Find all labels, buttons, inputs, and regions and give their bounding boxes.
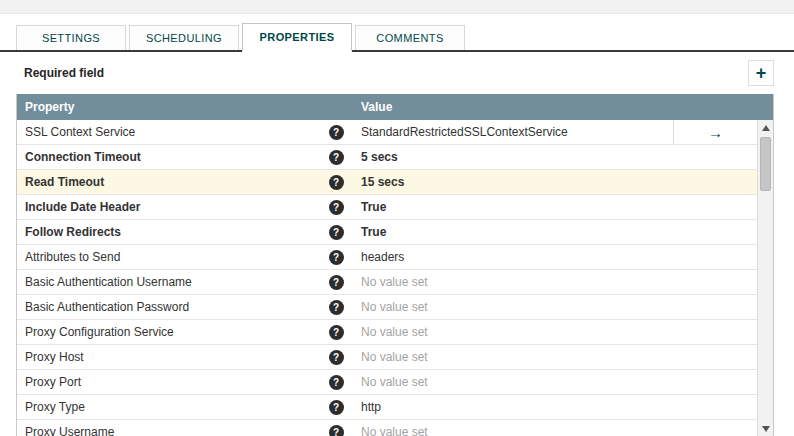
property-name: Proxy Type [25, 400, 85, 414]
table-row[interactable]: Proxy Configuration Service ? No value s… [17, 320, 757, 345]
scrollbar-thumb[interactable] [760, 137, 771, 191]
table-header: Property Value [17, 94, 773, 120]
property-value-cell[interactable]: 5 secs [357, 145, 673, 169]
help-icon[interactable]: ? [329, 400, 344, 415]
property-value[interactable]: No value set [361, 375, 428, 389]
table-row[interactable]: Basic Authentication Password ? No value… [17, 295, 757, 320]
table-row[interactable]: Connection Timeout ? 5 secs [17, 145, 757, 170]
property-value-cell[interactable]: No value set [357, 370, 673, 394]
property-value[interactable]: True [361, 200, 386, 214]
help-icon[interactable]: ? [329, 275, 344, 290]
scroll-down-button[interactable] [758, 421, 773, 436]
help-icon[interactable]: ? [329, 225, 344, 240]
property-value-cell[interactable]: headers [357, 245, 673, 269]
property-name-cell: Proxy Type [17, 395, 315, 419]
scroll-up-arrow-icon [762, 125, 770, 131]
property-value[interactable]: StandardRestrictedSSLContextService [361, 125, 568, 139]
tab-properties[interactable]: PROPERTIES [242, 23, 352, 52]
table-row[interactable]: Proxy Username ? No value set [17, 420, 757, 436]
tab-comments[interactable]: COMMENTS [355, 25, 465, 50]
row-action-cell [673, 220, 757, 244]
help-cell: ? [315, 320, 357, 344]
scroll-up-button[interactable] [758, 120, 773, 135]
property-value-cell[interactable]: True [357, 195, 673, 219]
property-value-cell[interactable]: No value set [357, 345, 673, 369]
tab-bar: SETTINGS SCHEDULING PROPERTIES COMMENTS [0, 23, 794, 52]
property-name: Attributes to Send [25, 250, 120, 264]
add-property-button[interactable]: + [748, 60, 774, 86]
property-name-cell: Connection Timeout [17, 145, 315, 169]
property-value-cell[interactable]: No value set [357, 270, 673, 294]
property-value-cell[interactable]: True [357, 220, 673, 244]
help-icon[interactable]: ? [329, 375, 344, 390]
property-name: Include Date Header [25, 200, 140, 214]
property-name-cell: Basic Authentication Password [17, 295, 315, 319]
property-name-cell: Attributes to Send [17, 245, 315, 269]
help-cell: ? [315, 145, 357, 169]
property-value[interactable]: 5 secs [361, 150, 398, 164]
table-row[interactable]: Proxy Type ? http [17, 395, 757, 420]
property-value[interactable]: No value set [361, 325, 428, 339]
property-value[interactable]: 15 secs [361, 175, 404, 189]
table-row[interactable]: Read Timeout ? 15 secs [17, 170, 757, 195]
help-cell: ? [315, 220, 357, 244]
table-row[interactable]: Include Date Header ? True [17, 195, 757, 220]
tab-settings-label: SETTINGS [42, 32, 100, 44]
property-value[interactable]: True [361, 225, 386, 239]
property-value-cell[interactable]: StandardRestrictedSSLContextService [357, 120, 673, 144]
table-row[interactable]: Proxy Port ? No value set [17, 370, 757, 395]
help-icon[interactable]: ? [329, 175, 344, 190]
table-row[interactable]: Attributes to Send ? headers [17, 245, 757, 270]
scroll-down-arrow-icon [762, 426, 770, 432]
help-icon[interactable]: ? [329, 250, 344, 265]
dialog-top-strip [0, 0, 794, 14]
property-name: Read Timeout [25, 175, 104, 189]
property-value[interactable]: No value set [361, 300, 428, 314]
column-header-property: Property [17, 100, 315, 114]
table-row[interactable]: Basic Authentication Username ? No value… [17, 270, 757, 295]
table-scrollbar[interactable] [757, 120, 773, 436]
help-icon[interactable]: ? [329, 125, 344, 140]
property-value[interactable]: No value set [361, 350, 428, 364]
help-cell: ? [315, 345, 357, 369]
help-icon[interactable]: ? [329, 325, 344, 340]
property-value-cell[interactable]: http [357, 395, 673, 419]
row-action-cell [673, 145, 757, 169]
row-action-cell [673, 320, 757, 344]
table-row[interactable]: Proxy Host ? No value set [17, 345, 757, 370]
property-value[interactable]: headers [361, 250, 404, 264]
tab-properties-label: PROPERTIES [260, 31, 335, 43]
properties-toolbar: Required field + [0, 52, 794, 94]
tab-comments-label: COMMENTS [376, 32, 443, 44]
table-row[interactable]: SSL Context Service ? StandardRestricted… [17, 120, 757, 145]
property-name-cell: Include Date Header [17, 195, 315, 219]
tab-settings[interactable]: SETTINGS [16, 25, 126, 50]
table-row[interactable]: Follow Redirects ? True [17, 220, 757, 245]
processor-configuration-dialog: SETTINGS SCHEDULING PROPERTIES COMMENTS … [0, 0, 794, 436]
plus-icon: + [756, 64, 767, 82]
property-value-cell[interactable]: 15 secs [357, 170, 673, 194]
property-value-cell[interactable]: No value set [357, 320, 673, 344]
help-cell: ? [315, 295, 357, 319]
property-value-cell[interactable]: No value set [357, 295, 673, 319]
properties-table: Property Value SSL Context Service ? Sta… [16, 94, 774, 436]
help-icon[interactable]: ? [329, 150, 344, 165]
help-icon[interactable]: ? [329, 350, 344, 365]
tab-scheduling[interactable]: SCHEDULING [129, 25, 239, 50]
goto-service-arrow-icon[interactable]: → [708, 125, 723, 140]
help-cell: ? [315, 270, 357, 294]
help-icon[interactable]: ? [329, 200, 344, 215]
property-name-cell: SSL Context Service [17, 120, 315, 144]
property-value-cell[interactable]: No value set [357, 420, 673, 436]
help-cell: ? [315, 120, 357, 144]
property-name-cell: Basic Authentication Username [17, 270, 315, 294]
property-value[interactable]: No value set [361, 275, 428, 289]
property-name-cell: Proxy Username [17, 420, 315, 436]
row-action-cell [673, 270, 757, 294]
property-value[interactable]: http [361, 400, 381, 414]
row-action-cell: → [673, 120, 757, 144]
help-icon[interactable]: ? [329, 425, 344, 436]
property-name: Proxy Username [25, 425, 114, 436]
help-icon[interactable]: ? [329, 300, 344, 315]
property-value[interactable]: No value set [361, 425, 428, 436]
